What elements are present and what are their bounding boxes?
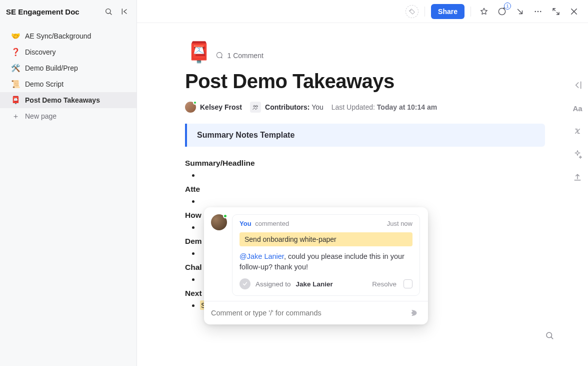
doc-title: SE Engagement Doc [6, 8, 98, 16]
indent-icon[interactable] [572, 79, 584, 91]
page-search-icon[interactable] [544, 330, 555, 341]
topbar-divider [424, 7, 425, 17]
summary-callout[interactable]: Summary Notes Template [185, 124, 545, 147]
sidebar-item-discovery[interactable]: ❓ Discovery [0, 44, 136, 60]
comment-icon [215, 51, 223, 61]
download-icon[interactable] [513, 5, 527, 19]
collapse-sidebar-icon[interactable] [118, 6, 130, 18]
list-item[interactable] [200, 171, 555, 180]
svg-point-10 [254, 106, 256, 108]
notifications-icon[interactable]: 1 [495, 5, 509, 19]
sidebar-item-new-page[interactable]: ＋ New page [0, 108, 136, 124]
author-chip[interactable]: Kelsey Frost [185, 102, 242, 113]
contributors-chip[interactable]: Contributors: You [250, 102, 324, 113]
question-icon: ❓ [11, 48, 20, 57]
sidebar-item-label: Post Demo Takeaways [25, 96, 100, 104]
resolve-checkbox[interactable] [404, 279, 412, 288]
postbox-icon: 📮 [11, 96, 20, 105]
comment-action: commented [255, 220, 289, 227]
comment-count-label: 1 Comment [227, 52, 263, 60]
contributors-value: You [312, 103, 324, 111]
sidebar-item-label: Discovery [25, 48, 56, 56]
sidebar-item-label: AE Sync/Background [25, 32, 91, 40]
notifications-badge: 1 [504, 3, 511, 10]
sidebar-nav: 🤝 AE Sync/Background ❓ Discovery 🛠️ Demo… [0, 23, 136, 124]
comment-time: Just now [387, 220, 412, 227]
handshake-icon: 🤝 [11, 32, 20, 41]
svg-point-6 [538, 11, 539, 12]
assignee-name[interactable]: Jake Lanier [296, 280, 333, 288]
tools-icon: 🛠️ [11, 64, 20, 73]
more-icon[interactable] [531, 5, 545, 19]
topbar-divider [470, 7, 471, 17]
updated-value: Today at 10:14 am [377, 103, 437, 111]
check-circle-icon[interactable] [240, 278, 250, 289]
commenter-avatar [211, 214, 227, 230]
expand-icon[interactable] [549, 5, 563, 19]
send-comment-icon[interactable] [408, 307, 421, 318]
comment-author-you: You [240, 220, 252, 227]
list-item[interactable] [200, 197, 555, 206]
contributors-label: Contributors: [265, 103, 310, 111]
comment-body: @Jake Lanier, could you please include t… [240, 251, 412, 272]
share-button[interactable]: Share [431, 4, 464, 19]
resolve-label: Resolve [372, 280, 396, 288]
contributors-icon [250, 102, 261, 113]
byline: Kelsey Frost Contributors: You Last Upda… [185, 102, 555, 113]
presence-dot [193, 101, 197, 105]
search-icon[interactable] [102, 6, 114, 18]
comment-input-row [204, 301, 428, 324]
svg-point-11 [256, 106, 258, 108]
sparkle-icon[interactable] [572, 148, 584, 160]
right-rail: Aa [567, 23, 588, 366]
author-avatar [185, 102, 196, 113]
commenter-avatar-wrap [211, 214, 227, 296]
close-icon[interactable] [567, 5, 581, 19]
page-emoji[interactable]: 📮 [185, 38, 213, 66]
assigned-label: Assigned to [256, 280, 291, 288]
section-summary: Summary/Headline [185, 159, 555, 168]
topbar: Share 1 [137, 0, 588, 23]
sidebar-item-label: New page [25, 112, 56, 120]
sidebar-item-label: Demo Script [25, 80, 64, 88]
scroll-icon: 📜 [11, 80, 20, 89]
sidebar-item-label: Demo Build/Prep [25, 64, 78, 72]
section-attendees: Atte [185, 185, 555, 194]
mention[interactable]: @Jake Lanier [240, 252, 284, 260]
comment-card: You commented Just now Send onboarding w… [232, 214, 420, 296]
sidebar-item-demo-build[interactable]: 🛠️ Demo Build/Prep [0, 60, 136, 76]
list-summary [200, 171, 555, 180]
updated-label: Last Updated: [332, 103, 375, 111]
comment-meta: You commented Just now [240, 220, 412, 227]
tag-settings-icon[interactable] [406, 5, 418, 18]
comment-assign-row: Assigned to Jake Lanier Resolve [240, 278, 412, 289]
sidebar: SE Engagement Doc 🤝 AE Sync/Background ❓… [0, 0, 137, 366]
typography-icon[interactable]: Aa [572, 102, 584, 114]
comment-popover: You commented Just now Send onboarding w… [204, 207, 428, 324]
comment-count[interactable]: 1 Comment [215, 51, 263, 61]
comment-input[interactable] [211, 309, 404, 317]
last-updated: Last Updated: Today at 10:14 am [332, 103, 437, 111]
comment-quote: Send onboarding white-paper [240, 232, 412, 246]
svg-line-13 [551, 337, 552, 338]
svg-point-3 [410, 10, 412, 11]
svg-point-5 [534, 11, 536, 12]
sidebar-header: SE Engagement Doc [0, 0, 136, 23]
star-icon[interactable] [477, 5, 491, 19]
svg-line-1 [110, 13, 112, 15]
link-arrows-icon[interactable] [572, 125, 584, 137]
list-attendees [200, 197, 555, 206]
sidebar-item-demo-script[interactable]: 📜 Demo Script [0, 76, 136, 92]
sidebar-item-post-demo[interactable]: 📮 Post Demo Takeaways [0, 92, 136, 108]
page-title[interactable]: Post Demo Takeaways [185, 70, 555, 93]
svg-point-7 [540, 11, 542, 12]
upload-icon[interactable] [572, 171, 584, 183]
presence-dot [223, 214, 228, 218]
sidebar-item-ae-sync[interactable]: 🤝 AE Sync/Background [0, 28, 136, 44]
author-name: Kelsey Frost [200, 103, 242, 111]
comment-popover-body: You commented Just now Send onboarding w… [204, 207, 428, 301]
plus-icon: ＋ [11, 112, 20, 121]
